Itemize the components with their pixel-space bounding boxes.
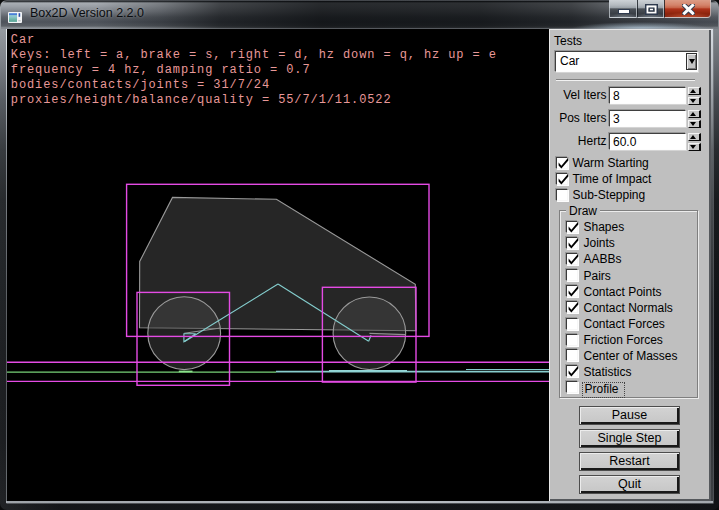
svg-text:bodies/contacts/joints = 31/7/: bodies/contacts/joints = 31/7/24 [11,78,270,92]
svg-text:frequency = 4 hz, damping rati: frequency = 4 hz, damping ratio = 0.7 [11,63,311,77]
svg-text:proxies/height/balance/quality: proxies/height/balance/quality = 55/7/1/… [11,93,392,107]
svg-text:Car: Car [11,33,35,47]
svg-text:Keys: left = a, brake = s, rig: Keys: left = a, brake = s, right = d, hz… [11,48,497,62]
